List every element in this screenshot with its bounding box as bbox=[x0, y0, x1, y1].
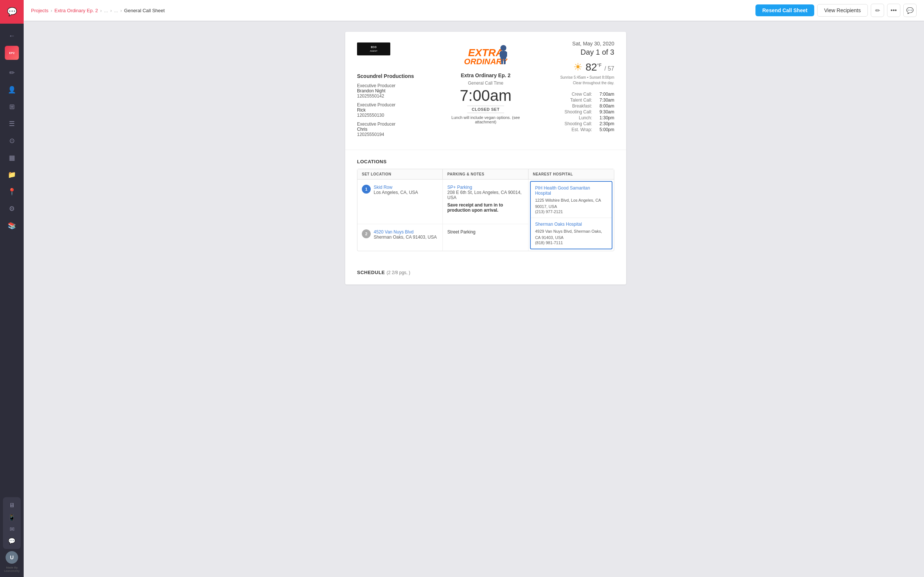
svg-text:ECO: ECO bbox=[371, 46, 376, 48]
hospital-1-entry: PIH Health Good Samaritan Hospital 1225 … bbox=[531, 182, 612, 218]
preview-chat[interactable]: 💬 bbox=[6, 536, 18, 546]
desktop-icon: 🖥 bbox=[9, 502, 15, 509]
view-recipients-button[interactable]: View Recipients bbox=[817, 4, 868, 17]
location-2-number: 2 bbox=[362, 229, 371, 238]
comments-button[interactable]: 💬 bbox=[903, 4, 917, 17]
temp-high: 82 bbox=[585, 61, 597, 73]
hospital-2-phone: (818) 981-7111 bbox=[535, 240, 607, 245]
sidebar-item-people[interactable]: 👤 bbox=[4, 82, 19, 98]
svg-rect-4 bbox=[379, 47, 384, 49]
crew-call-time: 7:00am bbox=[596, 92, 614, 97]
svg-rect-11 bbox=[501, 59, 503, 64]
main-content: ECO AGENT Scoundrel Productions Executiv… bbox=[47, 21, 924, 577]
production-info: ECO AGENT Scoundrel Productions Executiv… bbox=[357, 40, 438, 141]
schedule-row-lunch: Lunch: 1:30pm bbox=[533, 115, 614, 121]
locations-section: LOCATIONS SET LOCATION PARKING & NOTES N… bbox=[345, 150, 626, 260]
location-2-parking-note: Street Parking bbox=[447, 229, 523, 235]
location-1-parking-note: Save receipt and turn in to production u… bbox=[447, 202, 523, 213]
location-1-parking: SP+ Parking 208 E 6th St, Los Angeles, C… bbox=[443, 179, 528, 224]
breadcrumb-projects[interactable]: Projects bbox=[31, 8, 48, 13]
sidebar-item-lists[interactable]: ☰ bbox=[4, 116, 19, 132]
breadcrumb-ellipsis1: ... bbox=[104, 8, 108, 13]
breadcrumb-sep3: › bbox=[110, 8, 111, 13]
crew-call-label: Crew Call: bbox=[572, 92, 592, 97]
lunch-note: Lunch will include vegan options. (see a… bbox=[445, 115, 526, 124]
wrap-time: 5:00pm bbox=[596, 127, 614, 132]
lunch-time: 1:30pm bbox=[596, 115, 614, 121]
lunch-label: Lunch: bbox=[579, 115, 592, 121]
parking-notes-header: PARKING & NOTES bbox=[443, 169, 528, 179]
location-1-number: 1 bbox=[362, 185, 371, 193]
call-label: General Call Time bbox=[468, 81, 503, 86]
sidebar-item-boards[interactable]: ⊞ bbox=[4, 99, 19, 114]
temperature: 82°F / 57 bbox=[585, 61, 614, 73]
shooting-call1-label: Shooting Call: bbox=[564, 110, 592, 114]
sidebar-item-back[interactable]: ← bbox=[4, 28, 19, 44]
preview-desktop[interactable]: 🖥 bbox=[6, 500, 18, 511]
breakfast-time: 8:00am bbox=[596, 103, 614, 109]
settings-icon: ⚙ bbox=[9, 205, 15, 213]
hospital-1-name[interactable]: PIH Health Good Samaritan Hospital bbox=[535, 185, 607, 196]
schedule-pages: (2 2/8 pgs, ) bbox=[387, 270, 410, 275]
contact-3-phone: 12025550194 bbox=[357, 132, 438, 137]
sidebar: 💬 ← EP2 ✏ 👤 ⊞ ☰ ⊙ ▦ 📁 bbox=[0, 0, 24, 577]
sidebar-item-edit[interactable]: ✏ bbox=[4, 65, 19, 81]
daily-schedule: Crew Call: 7:00am Talent Call: 7:30am Br… bbox=[533, 92, 614, 132]
company-name: Scoundrel Productions bbox=[357, 73, 414, 79]
hospital-1-addr: 1225 Wilshire Blvd, Los Angeles, CA 9001… bbox=[535, 197, 607, 210]
email-icon: ✉ bbox=[10, 525, 15, 533]
schedule-row-crew: Crew Call: 7:00am bbox=[533, 92, 614, 97]
shooting-call2-label: Shooting Call: bbox=[564, 121, 592, 126]
breadcrumb-show[interactable]: Extra Ordinary Ep. 2 bbox=[54, 8, 98, 13]
edit-icon-button[interactable]: ✏ bbox=[871, 4, 884, 17]
comments-icon: 💬 bbox=[906, 7, 914, 14]
location-1-parking-name[interactable]: SP+ Parking bbox=[447, 185, 523, 190]
hospital-2-name[interactable]: Sherman Oaks Hospital bbox=[535, 222, 607, 227]
preview-email[interactable]: ✉ bbox=[6, 524, 18, 534]
preview-mobile[interactable]: 📱 bbox=[6, 512, 18, 522]
show-name: Extra Ordinary Ep. 2 bbox=[461, 73, 511, 78]
made-by-label: Made By Leanometry bbox=[0, 566, 24, 574]
sidebar-item-targets[interactable]: ⊙ bbox=[4, 133, 19, 148]
project-thumbnail[interactable]: EP2 bbox=[5, 46, 19, 60]
svg-rect-3 bbox=[377, 49, 390, 52]
sidebar-nav: ← EP2 ✏ 👤 ⊞ ☰ ⊙ ▦ 📁 📍 bbox=[4, 24, 19, 497]
more-options-button[interactable]: ••• bbox=[887, 4, 900, 17]
breadcrumb-ellipsis2: ... bbox=[114, 8, 118, 13]
sidebar-item-folders[interactable]: 📁 bbox=[4, 167, 19, 182]
contact-1-role: Executive Producer bbox=[357, 83, 438, 88]
production-logo: ECO AGENT bbox=[357, 40, 438, 63]
resend-call-sheet-button[interactable]: Resend Call Sheet bbox=[756, 5, 814, 16]
show-info-center: EXTRA ORDINARY Extra Ordinary Ep. 2 Gene… bbox=[445, 40, 526, 124]
sidebar-item-settings[interactable]: ⚙ bbox=[4, 201, 19, 216]
location-1-name[interactable]: Skid Row bbox=[374, 185, 418, 190]
location-2-name[interactable]: 4520 Van Nuys Blvd bbox=[374, 229, 437, 235]
topbar: Projects › Extra Ordinary Ep. 2 › ... › … bbox=[24, 0, 924, 21]
svg-rect-12 bbox=[504, 59, 506, 64]
temp-low: 57 bbox=[607, 65, 614, 72]
svg-rect-9 bbox=[500, 52, 502, 57]
sidebar-item-calendar[interactable]: ▦ bbox=[4, 150, 19, 166]
locations-title: LOCATIONS bbox=[357, 159, 614, 164]
shooting-call1-time: 9:30am bbox=[596, 110, 614, 114]
more-icon: ••• bbox=[891, 7, 897, 14]
date-weather-schedule: Sat, May 30, 2020 Day 1 of 3 ☀ 82°F / 57… bbox=[533, 40, 614, 133]
location-1-cell: 1 Skid Row Los Angeles, CA, USA bbox=[357, 179, 443, 224]
breadcrumb-sep4: › bbox=[120, 8, 121, 13]
user-avatar[interactable]: U bbox=[6, 551, 18, 564]
topbar-actions: Resend Call Sheet View Recipients ✏ ••• … bbox=[756, 4, 917, 17]
calendar-icon: ▦ bbox=[9, 154, 15, 162]
sidebar-item-library[interactable]: 📚 bbox=[4, 218, 19, 234]
company-name-block: Scoundrel Productions bbox=[357, 73, 438, 79]
sidebar-item-locations[interactable]: 📍 bbox=[4, 184, 19, 200]
hospital-1-phone: (213) 977-2121 bbox=[535, 210, 607, 214]
folders-icon: 📁 bbox=[8, 171, 16, 179]
schedule-row-breakfast: Breakfast: 8:00am bbox=[533, 103, 614, 109]
weather-row: ☀ 82°F / 57 bbox=[533, 61, 614, 73]
app-logo[interactable]: 💬 bbox=[0, 0, 24, 24]
nearest-hospital-header: NEAREST HOSPITAL bbox=[528, 169, 614, 179]
schedule-section-title: SCHEDULE bbox=[357, 270, 385, 275]
schedule-row-shooting2: Shooting Call: 2:30pm bbox=[533, 121, 614, 126]
breadcrumb-current: General Call Sheet bbox=[124, 8, 165, 13]
talent-call-time: 7:30am bbox=[596, 98, 614, 103]
